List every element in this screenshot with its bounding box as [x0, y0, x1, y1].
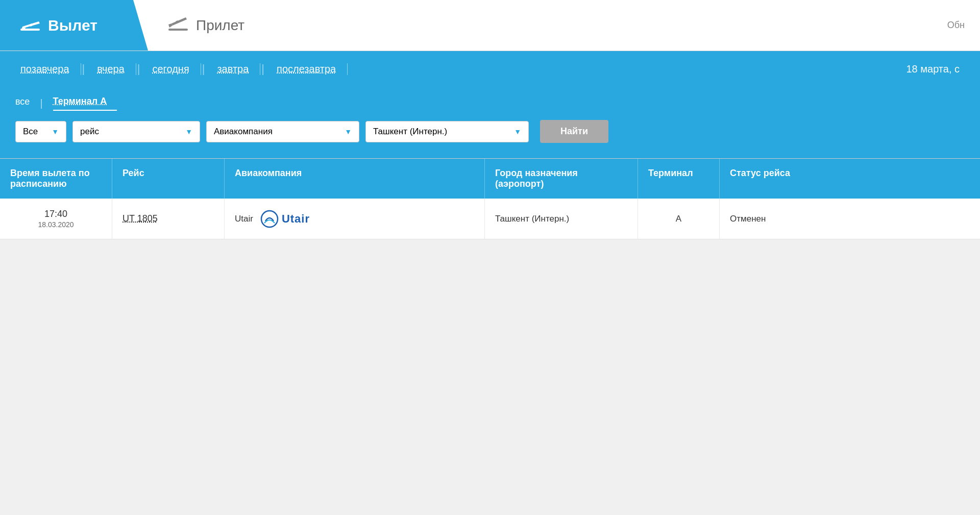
date-bar: позавчера | вчера | сегодня | завтра | п… [0, 51, 980, 87]
th-time: Время вылета по расписанию [0, 159, 112, 199]
tab-arrival[interactable]: Прилет [148, 0, 265, 51]
terminal-tabs: все | Терминал А [15, 96, 965, 111]
date-link-vchera[interactable]: вчера [86, 63, 136, 75]
filter-all-select[interactable]: Все ▼ [15, 121, 66, 142]
table-row: 17:40 18.03.2020 UT 1805 Utair Utair Таш… [0, 199, 980, 239]
tab-terminal-a[interactable]: Терминал А [53, 96, 117, 111]
td-time: 17:40 18.03.2020 [0, 199, 112, 239]
filter-section: все | Терминал А Все ▼ рейс ▼ Авиакомпан… [0, 87, 980, 158]
svg-point-2 [261, 211, 278, 227]
status-value: Отменен [730, 214, 766, 224]
utair-logo-icon [260, 210, 279, 228]
date-sep-1: | [81, 62, 86, 76]
utair-text: Utair [282, 212, 310, 226]
tab-departure[interactable]: Вылет [0, 0, 148, 51]
tab-departure-label: Вылет [48, 17, 97, 34]
filter-all-label: Все [23, 127, 38, 137]
find-button[interactable]: Найти [540, 120, 608, 143]
date-link-poslezavtra[interactable]: послезавтра [265, 63, 348, 75]
date-sep-2: | [136, 62, 141, 76]
airline-name: Utair [235, 214, 253, 224]
arrival-icon [168, 17, 189, 34]
tab-arrival-label: Прилет [196, 17, 244, 34]
date-link-pozavchera[interactable]: позавчера [20, 63, 81, 75]
flight-date: 18.03.2020 [38, 220, 74, 229]
filter-flight-placeholder: рейс [80, 127, 99, 137]
terminal-value: А [676, 214, 681, 224]
filters-row: Все ▼ рейс ▼ Авиакомпания ▼ Ташкент (Инт… [15, 120, 965, 143]
filter-airline-select[interactable]: Авиакомпания ▼ [206, 121, 359, 142]
tab-update: Обн [932, 0, 980, 51]
terminal-separator: | [40, 97, 42, 109]
table-header: Время вылета по расписанию Рейс Авиакомп… [0, 159, 980, 199]
filter-city-select[interactable]: Ташкент (Интерн.) ▼ [365, 121, 529, 142]
filter-all-arrow: ▼ [52, 128, 59, 136]
td-airline: Utair Utair [225, 199, 485, 239]
date-sep-4: | [260, 62, 265, 76]
td-terminal: А [638, 199, 720, 239]
date-link-segodnya[interactable]: сегодня [141, 63, 201, 75]
th-terminal: Терминал [638, 159, 720, 199]
filter-flight-arrow: ▼ [185, 128, 192, 136]
date-sep-3: | [201, 62, 206, 76]
td-status: Отменен [720, 199, 980, 239]
filter-airline-placeholder: Авиакомпания [214, 127, 273, 137]
svg-rect-1 [168, 29, 188, 31]
date-link-zavtra[interactable]: завтра [206, 63, 260, 75]
tab-all[interactable]: все [15, 96, 40, 110]
table-section: Время вылета по расписанию Рейс Авиакомп… [0, 158, 980, 239]
td-flight: UT 1805 [112, 199, 225, 239]
utair-logo: Utair [260, 210, 310, 228]
th-flight: Рейс [112, 159, 225, 199]
filter-city-arrow: ▼ [514, 128, 521, 136]
header-tabs: Вылет Прилет Обн [0, 0, 980, 51]
filter-flight-select[interactable]: рейс ▼ [72, 121, 200, 142]
current-date: 18 марта, с [906, 63, 960, 75]
filter-city-placeholder: Ташкент (Интерн.) [373, 127, 447, 137]
flight-number[interactable]: UT 1805 [122, 213, 158, 224]
td-destination: Ташкент (Интерн.) [485, 199, 638, 239]
th-airline: Авиакомпания [225, 159, 485, 199]
th-destination: Город назначения (аэропорт) [485, 159, 638, 199]
th-status: Статус рейса [720, 159, 980, 199]
filter-airline-arrow: ▼ [345, 128, 352, 136]
departure-icon [20, 17, 41, 34]
destination-city: Ташкент (Интерн.) [495, 214, 569, 224]
flight-time: 17:40 [44, 209, 67, 219]
